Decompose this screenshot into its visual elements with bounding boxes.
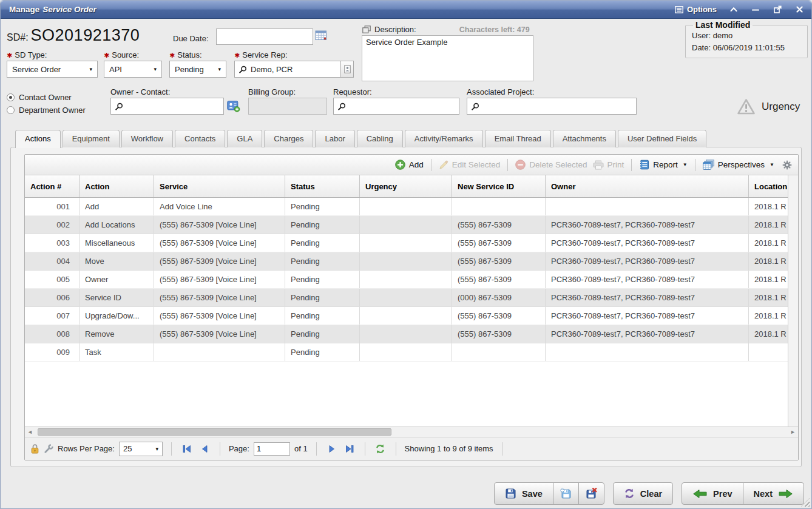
tab-cabling[interactable]: Cabling	[357, 130, 403, 147]
requestor-input[interactable]	[333, 98, 459, 115]
add-button[interactable]: Add	[395, 160, 424, 170]
associated-project-input[interactable]	[467, 98, 637, 115]
grid-settings-gear-button[interactable]	[782, 160, 792, 170]
page-number-input[interactable]	[254, 442, 290, 456]
tab-actions[interactable]: Actions	[15, 130, 61, 148]
table-row[interactable]: 008Remove(555) 867-5309 [Voice Line]Pend…	[25, 325, 788, 343]
first-page-button[interactable]	[180, 442, 194, 456]
next-page-button[interactable]	[325, 442, 339, 456]
horizontal-scrollbar-thumb[interactable]	[38, 428, 391, 436]
close-button[interactable]	[794, 5, 804, 15]
table-row[interactable]: 007Upgrade/Dow...(555) 867-5309 [Voice L…	[25, 307, 788, 325]
table-row[interactable]: 009TaskPending	[25, 343, 788, 362]
tab-contacts[interactable]: Contacts	[175, 130, 225, 147]
vertical-scrollbar-track[interactable]	[788, 175, 798, 426]
rows-per-page-select[interactable]: 25 ▾	[119, 442, 163, 456]
save-button[interactable]: Save	[494, 482, 553, 505]
department-owner-radio[interactable]: Department Owner	[7, 104, 86, 116]
table-row[interactable]: 001AddAdd Voice LinePending2018.1 R	[25, 198, 788, 216]
sd-type-select[interactable]: Service Order ▾	[7, 61, 98, 78]
prev-button[interactable]: Prev	[682, 482, 743, 505]
edit-selected-button[interactable]: Edit Selected	[439, 160, 501, 170]
tab-equipment[interactable]: Equipment	[63, 130, 120, 147]
cell-owner: PCR360-7089-test7, PCR360-7089-test7	[546, 252, 749, 270]
horizontal-scrollbar-track[interactable]	[35, 427, 788, 437]
cell-status: Pending	[285, 234, 360, 252]
column-header-owner[interactable]: Owner	[546, 175, 749, 197]
table-row[interactable]: 004Move(555) 867-5309 [Voice Line]Pendin…	[25, 252, 788, 271]
horizontal-scrollbar: ◄ ►	[25, 426, 798, 437]
column-header-action[interactable]: Action	[80, 175, 154, 197]
print-button[interactable]: Print	[593, 160, 624, 170]
calendar-button[interactable]	[315, 30, 327, 41]
search-icon	[115, 103, 123, 110]
save-button-group: Save	[494, 482, 604, 505]
grid-body: Action #ActionServiceStatusUrgencyNew Se…	[25, 175, 798, 426]
next-button[interactable]: Next	[743, 482, 804, 505]
cell-action: 004	[25, 252, 80, 270]
description-label: Description:	[374, 25, 416, 34]
delete-selected-button[interactable]: Delete Selected	[515, 160, 587, 170]
column-header-status[interactable]: Status	[285, 175, 360, 197]
last-page-button[interactable]	[343, 442, 356, 456]
prev-page-button[interactable]	[198, 442, 211, 456]
maximize-button[interactable]	[773, 5, 782, 15]
cell-service: (555) 867-5309 [Voice Line]	[154, 307, 285, 325]
pager-separator	[502, 442, 502, 456]
tab-workflow[interactable]: Workflow	[121, 130, 173, 147]
refresh-button[interactable]	[374, 442, 387, 456]
add-contact-button[interactable]	[227, 100, 240, 112]
save-icon	[505, 488, 516, 499]
grid-header-row: Action #ActionServiceStatusUrgencyNew Se…	[25, 175, 788, 198]
contact-owner-radio[interactable]: Contact Owner	[7, 91, 86, 104]
sd-type-value: Service Order	[12, 65, 61, 74]
column-header-action[interactable]: Action #	[25, 175, 80, 197]
description-popout-icon[interactable]	[362, 25, 371, 33]
due-date-input[interactable]	[216, 29, 313, 45]
tab-labor[interactable]: Labor	[315, 130, 354, 147]
toolbar-separator	[631, 159, 632, 171]
tab-email-thread[interactable]: Email Thread	[485, 130, 551, 147]
minimize-button[interactable]	[751, 5, 760, 15]
table-row[interactable]: 005Owner(555) 867-5309 [Voice Line]Pendi…	[25, 271, 788, 289]
cell-action: Owner	[80, 271, 154, 288]
scroll-right-arrow[interactable]: ►	[788, 427, 798, 437]
save-and-new-button[interactable]	[553, 482, 579, 505]
service-rep-picker-button[interactable]	[341, 61, 354, 78]
owner-contact-input[interactable]	[110, 98, 224, 115]
description-textarea[interactable]: Service Order Example	[362, 35, 533, 81]
table-row[interactable]: 002Add Locations(555) 867-5309 [Voice Li…	[25, 216, 788, 234]
report-dropdown-button[interactable]: Report ▼	[639, 160, 687, 170]
cell-location: 2018.1 R	[749, 325, 788, 343]
tab-activity-remarks[interactable]: Activity/Remarks	[405, 130, 483, 147]
save-and-close-button[interactable]	[578, 482, 604, 505]
perspectives-dropdown-button[interactable]: Perspectives ▼	[703, 160, 774, 170]
required-marker: ✱	[7, 52, 12, 59]
tab-gla[interactable]: GLA	[227, 130, 262, 147]
delete-icon	[515, 160, 526, 170]
cell-action: Move	[80, 252, 154, 270]
column-header-location[interactable]: Location	[749, 175, 788, 197]
collapse-button[interactable]	[729, 5, 739, 15]
column-header-service[interactable]: Service	[154, 175, 285, 197]
prev-button-label: Prev	[713, 489, 732, 499]
column-header-new-service-id[interactable]: New Service ID	[452, 175, 546, 197]
source-select[interactable]: API ▾	[104, 61, 162, 78]
table-row[interactable]: 006Service ID(555) 867-5309 [Voice Line]…	[25, 289, 788, 307]
urgency-indicator[interactable]: Urgency	[737, 98, 800, 115]
scroll-left-arrow[interactable]: ◄	[25, 427, 35, 437]
column-header-urgency[interactable]: Urgency	[360, 175, 452, 197]
cell-urgency	[360, 271, 452, 288]
clear-button[interactable]: Clear	[613, 482, 673, 505]
lock-columns-button[interactable]	[30, 443, 39, 454]
options-button[interactable]: Options	[675, 5, 717, 14]
cell-status: Pending	[285, 198, 360, 215]
grid-tools-button[interactable]	[44, 444, 53, 454]
tab-user-defined-fields[interactable]: User Defined Fields	[618, 130, 706, 147]
save-button-label: Save	[522, 489, 543, 499]
tab-charges[interactable]: Charges	[264, 130, 313, 147]
tab-attachments[interactable]: Attachments	[553, 130, 616, 147]
service-rep-input[interactable]: Demo, PCR	[234, 61, 341, 78]
table-row[interactable]: 003Miscellaneous(555) 867-5309 [Voice Li…	[25, 234, 788, 252]
status-select[interactable]: Pending ▾	[169, 61, 226, 78]
